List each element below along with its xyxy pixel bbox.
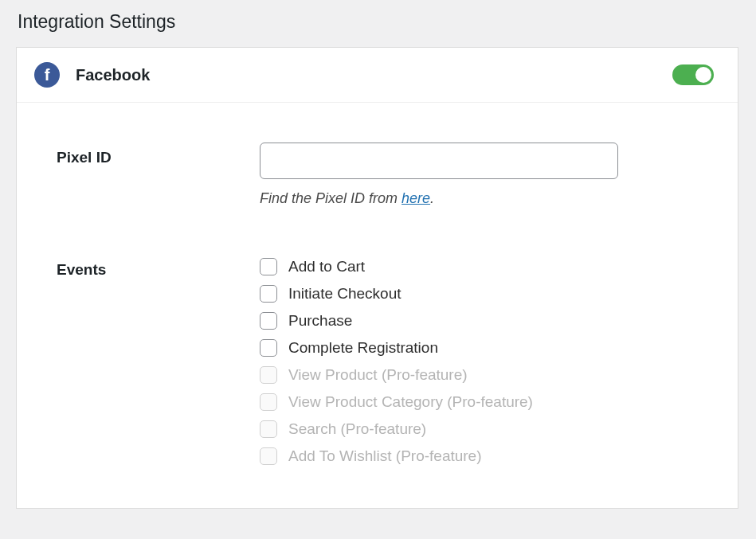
- pixel-id-input[interactable]: [260, 143, 618, 179]
- event-checkbox: [260, 420, 277, 438]
- event-checkbox[interactable]: [260, 312, 277, 330]
- pixel-id-row: Pixel ID Find the Pixel ID from here.: [57, 143, 698, 207]
- event-item: Search (Pro-feature): [260, 417, 698, 441]
- pixel-id-control: Find the Pixel ID from here.: [260, 143, 698, 207]
- event-label: Complete Registration: [288, 339, 438, 357]
- event-label: View Product (Pro-feature): [288, 366, 468, 384]
- page-title: Integration Settings: [0, 0, 756, 47]
- event-checkbox[interactable]: [260, 285, 277, 303]
- facebook-panel: f Facebook Pixel ID Find the Pixel ID fr…: [16, 47, 738, 509]
- event-item: View Product Category (Pro-feature): [260, 390, 698, 414]
- help-prefix: Find the Pixel ID from: [260, 190, 402, 206]
- event-item: View Product (Pro-feature): [260, 363, 698, 387]
- integration-toggle[interactable]: [672, 64, 714, 85]
- event-label: Add To Wishlist (Pro-feature): [288, 447, 482, 465]
- pixel-id-help-link[interactable]: here: [402, 190, 430, 206]
- integration-name: Facebook: [76, 66, 150, 84]
- event-label: Initiate Checkout: [288, 285, 402, 303]
- event-item: Complete Registration: [260, 336, 698, 360]
- event-label: Purchase: [288, 312, 352, 330]
- event-checkbox: [260, 393, 277, 411]
- events-row: Events Add to CartInitiate CheckoutPurch…: [57, 255, 698, 468]
- event-label: Add to Cart: [288, 258, 365, 275]
- event-checkbox: [260, 447, 277, 465]
- event-checkbox[interactable]: [260, 339, 277, 357]
- pixel-id-label: Pixel ID: [57, 143, 244, 166]
- event-list: Add to CartInitiate CheckoutPurchaseComp…: [260, 255, 698, 468]
- event-label: View Product Category (Pro-feature): [288, 393, 533, 411]
- event-item: Add To Wishlist (Pro-feature): [260, 444, 698, 468]
- event-checkbox[interactable]: [260, 258, 277, 275]
- events-label: Events: [57, 255, 244, 279]
- event-label: Search (Pro-feature): [288, 420, 426, 438]
- event-checkbox: [260, 366, 277, 384]
- events-control: Add to CartInitiate CheckoutPurchaseComp…: [260, 255, 698, 468]
- panel-header-left: f Facebook: [34, 62, 150, 88]
- panel-header: f Facebook: [17, 48, 738, 103]
- toggle-knob: [695, 67, 711, 83]
- event-item: Add to Cart: [260, 255, 698, 279]
- pixel-id-help: Find the Pixel ID from here.: [260, 190, 698, 207]
- form-area: Pixel ID Find the Pixel ID from here. Ev…: [17, 103, 738, 508]
- event-item: Purchase: [260, 309, 698, 333]
- event-item: Initiate Checkout: [260, 282, 698, 306]
- help-suffix: .: [430, 190, 434, 206]
- facebook-icon: f: [34, 62, 60, 88]
